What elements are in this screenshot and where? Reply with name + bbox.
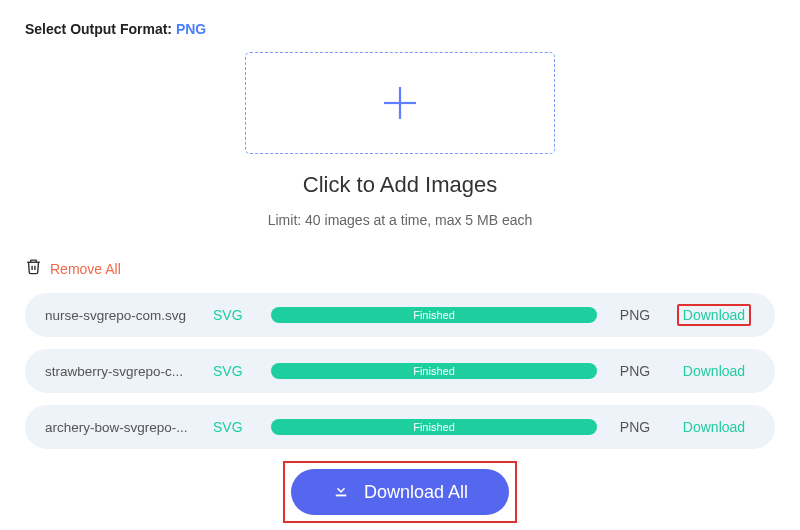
download-all-label: Download All	[364, 482, 468, 503]
output-format-row: Select Output Format: PNG	[25, 20, 775, 38]
download-button[interactable]: Download	[673, 419, 755, 435]
progress-status: Finished	[413, 365, 455, 377]
download-button[interactable]: Download	[673, 363, 755, 379]
output-format-label: Select Output Format:	[25, 21, 176, 37]
file-target-type: PNG	[615, 363, 655, 379]
progress-status: Finished	[413, 309, 455, 321]
file-target-type: PNG	[615, 419, 655, 435]
progress-bar: Finished	[271, 307, 597, 323]
file-list: nurse-svgrepo-com.svgSVGFinishedPNGDownl…	[25, 293, 775, 449]
add-images-dropzone[interactable]	[245, 52, 555, 154]
download-all-button[interactable]: Download All	[291, 469, 509, 515]
file-row: archery-bow-svgrepo-...SVGFinishedPNGDow…	[25, 405, 775, 449]
remove-all-button[interactable]: Remove All	[50, 261, 121, 277]
progress-bar: Finished	[271, 419, 597, 435]
download-button[interactable]: Download	[673, 307, 755, 323]
progress-bar: Finished	[271, 363, 597, 379]
file-target-type: PNG	[615, 307, 655, 323]
progress-status: Finished	[413, 421, 455, 433]
output-format-value[interactable]: PNG	[176, 21, 206, 37]
svg-rect-2	[336, 494, 347, 496]
file-name: nurse-svgrepo-com.svg	[45, 308, 195, 323]
file-name: strawberry-svgrepo-c...	[45, 364, 195, 379]
file-source-type: SVG	[213, 363, 253, 379]
add-images-text: Click to Add Images	[25, 172, 775, 198]
upload-limit-text: Limit: 40 images at a time, max 5 MB eac…	[25, 212, 775, 228]
file-row: nurse-svgrepo-com.svgSVGFinishedPNGDownl…	[25, 293, 775, 337]
download-icon	[332, 481, 350, 504]
file-source-type: SVG	[213, 307, 253, 323]
trash-icon[interactable]	[25, 258, 42, 279]
file-source-type: SVG	[213, 419, 253, 435]
plus-icon	[378, 81, 422, 125]
file-row: strawberry-svgrepo-c...SVGFinishedPNGDow…	[25, 349, 775, 393]
download-all-highlight: Download All	[283, 461, 517, 523]
file-name: archery-bow-svgrepo-...	[45, 420, 195, 435]
